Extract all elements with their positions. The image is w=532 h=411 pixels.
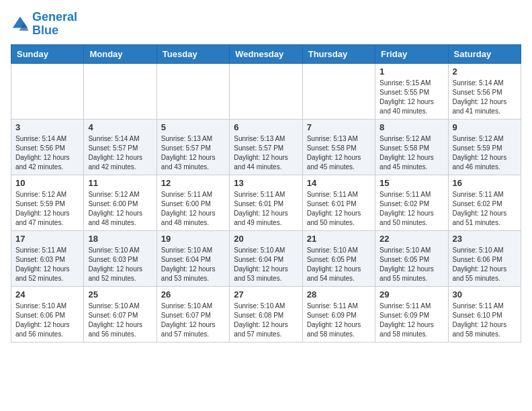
day-info: Sunrise: 5:10 AM Sunset: 6:07 PM Dayligh… xyxy=(161,302,225,339)
calendar-cell: 23Sunrise: 5:10 AM Sunset: 6:06 PM Dayli… xyxy=(448,230,521,286)
day-info: Sunrise: 5:10 AM Sunset: 6:08 PM Dayligh… xyxy=(234,302,298,339)
calendar-cell: 26Sunrise: 5:10 AM Sunset: 6:07 PM Dayli… xyxy=(157,286,229,342)
day-number: 29 xyxy=(380,289,443,300)
calendar-cell: 14Sunrise: 5:11 AM Sunset: 6:01 PM Dayli… xyxy=(302,175,375,230)
calendar-cell: 13Sunrise: 5:11 AM Sunset: 6:01 PM Dayli… xyxy=(230,175,302,230)
calendar-week-row: 1Sunrise: 5:15 AM Sunset: 5:55 PM Daylig… xyxy=(11,63,521,119)
calendar-cell: 7Sunrise: 5:13 AM Sunset: 5:58 PM Daylig… xyxy=(302,119,375,175)
day-number: 8 xyxy=(380,122,443,132)
day-info: Sunrise: 5:14 AM Sunset: 5:57 PM Dayligh… xyxy=(88,134,152,172)
weekday-header-saturday: Saturday xyxy=(448,44,521,63)
day-number: 30 xyxy=(453,289,517,300)
calendar-cell: 5Sunrise: 5:13 AM Sunset: 5:57 PM Daylig… xyxy=(157,119,229,175)
day-number: 6 xyxy=(234,122,298,132)
calendar-cell: 24Sunrise: 5:10 AM Sunset: 6:06 PM Dayli… xyxy=(11,286,84,342)
day-number: 23 xyxy=(453,234,517,244)
day-number: 14 xyxy=(307,178,371,188)
day-number: 3 xyxy=(15,122,79,132)
weekday-header-monday: Monday xyxy=(84,44,157,63)
calendar-cell: 3Sunrise: 5:14 AM Sunset: 5:56 PM Daylig… xyxy=(11,119,84,175)
day-info: Sunrise: 5:12 AM Sunset: 6:00 PM Dayligh… xyxy=(88,190,152,228)
day-number: 17 xyxy=(15,234,79,244)
calendar-cell: 9Sunrise: 5:12 AM Sunset: 5:59 PM Daylig… xyxy=(448,119,521,175)
day-info: Sunrise: 5:11 AM Sunset: 6:01 PM Dayligh… xyxy=(234,190,298,228)
day-info: Sunrise: 5:15 AM Sunset: 5:55 PM Dayligh… xyxy=(380,79,443,116)
day-info: Sunrise: 5:11 AM Sunset: 6:10 PM Dayligh… xyxy=(453,302,517,339)
day-info: Sunrise: 5:13 AM Sunset: 5:57 PM Dayligh… xyxy=(234,134,298,172)
day-number: 27 xyxy=(234,289,298,300)
day-info: Sunrise: 5:11 AM Sunset: 6:02 PM Dayligh… xyxy=(380,190,443,228)
day-info: Sunrise: 5:14 AM Sunset: 5:56 PM Dayligh… xyxy=(15,134,79,172)
day-info: Sunrise: 5:11 AM Sunset: 6:03 PM Dayligh… xyxy=(15,246,79,283)
calendar-cell xyxy=(84,63,157,119)
day-number: 21 xyxy=(307,234,371,244)
day-number: 15 xyxy=(380,178,443,188)
page-header: General Blue xyxy=(11,11,521,38)
calendar-cell: 6Sunrise: 5:13 AM Sunset: 5:57 PM Daylig… xyxy=(230,119,302,175)
calendar-cell: 29Sunrise: 5:11 AM Sunset: 6:09 PM Dayli… xyxy=(375,286,448,342)
calendar-cell xyxy=(157,63,229,119)
day-info: Sunrise: 5:12 AM Sunset: 5:59 PM Dayligh… xyxy=(15,190,79,228)
day-number: 7 xyxy=(307,122,371,132)
day-number: 24 xyxy=(15,289,79,300)
day-number: 11 xyxy=(88,178,152,188)
day-number: 10 xyxy=(15,178,79,188)
day-number: 13 xyxy=(234,178,298,188)
day-info: Sunrise: 5:12 AM Sunset: 5:59 PM Dayligh… xyxy=(453,134,517,172)
calendar-cell xyxy=(11,63,84,119)
day-info: Sunrise: 5:10 AM Sunset: 6:03 PM Dayligh… xyxy=(88,246,152,283)
logo-icon xyxy=(11,15,30,34)
calendar-cell xyxy=(230,63,302,119)
day-number: 1 xyxy=(380,66,443,77)
day-info: Sunrise: 5:11 AM Sunset: 6:09 PM Dayligh… xyxy=(307,302,371,339)
weekday-header-thursday: Thursday xyxy=(302,44,375,63)
calendar-week-row: 17Sunrise: 5:11 AM Sunset: 6:03 PM Dayli… xyxy=(11,230,521,286)
day-info: Sunrise: 5:14 AM Sunset: 5:56 PM Dayligh… xyxy=(453,79,517,116)
day-info: Sunrise: 5:11 AM Sunset: 6:01 PM Dayligh… xyxy=(307,190,371,228)
day-info: Sunrise: 5:10 AM Sunset: 6:04 PM Dayligh… xyxy=(161,246,225,283)
day-number: 18 xyxy=(88,234,152,244)
day-number: 5 xyxy=(161,122,225,132)
calendar-cell xyxy=(302,63,375,119)
calendar-table: SundayMondayTuesdayWednesdayThursdayFrid… xyxy=(11,44,521,342)
day-number: 2 xyxy=(453,66,517,77)
calendar-cell: 22Sunrise: 5:10 AM Sunset: 6:05 PM Dayli… xyxy=(375,230,448,286)
calendar-cell: 30Sunrise: 5:11 AM Sunset: 6:10 PM Dayli… xyxy=(448,286,521,342)
logo-text: General Blue xyxy=(32,11,77,38)
day-info: Sunrise: 5:13 AM Sunset: 5:58 PM Dayligh… xyxy=(307,134,371,172)
calendar-cell: 8Sunrise: 5:12 AM Sunset: 5:58 PM Daylig… xyxy=(375,119,448,175)
day-number: 16 xyxy=(453,178,517,188)
weekday-header-tuesday: Tuesday xyxy=(157,44,229,63)
calendar-week-row: 3Sunrise: 5:14 AM Sunset: 5:56 PM Daylig… xyxy=(11,119,521,175)
calendar-cell: 15Sunrise: 5:11 AM Sunset: 6:02 PM Dayli… xyxy=(375,175,448,230)
day-number: 19 xyxy=(161,234,225,244)
calendar-cell: 19Sunrise: 5:10 AM Sunset: 6:04 PM Dayli… xyxy=(157,230,229,286)
logo: General Blue xyxy=(11,11,77,38)
day-number: 25 xyxy=(88,289,152,300)
calendar-cell: 20Sunrise: 5:10 AM Sunset: 6:04 PM Dayli… xyxy=(230,230,302,286)
calendar-cell: 18Sunrise: 5:10 AM Sunset: 6:03 PM Dayli… xyxy=(84,230,157,286)
calendar-cell: 21Sunrise: 5:10 AM Sunset: 6:05 PM Dayli… xyxy=(302,230,375,286)
day-number: 9 xyxy=(453,122,517,132)
day-info: Sunrise: 5:11 AM Sunset: 6:09 PM Dayligh… xyxy=(380,302,443,339)
day-number: 28 xyxy=(307,289,371,300)
calendar-cell: 25Sunrise: 5:10 AM Sunset: 6:07 PM Dayli… xyxy=(84,286,157,342)
weekday-header-sunday: Sunday xyxy=(11,44,84,63)
calendar-cell: 2Sunrise: 5:14 AM Sunset: 5:56 PM Daylig… xyxy=(448,63,521,119)
day-info: Sunrise: 5:13 AM Sunset: 5:57 PM Dayligh… xyxy=(161,134,225,172)
day-info: Sunrise: 5:10 AM Sunset: 6:07 PM Dayligh… xyxy=(88,302,152,339)
day-info: Sunrise: 5:11 AM Sunset: 6:00 PM Dayligh… xyxy=(161,190,225,228)
day-info: Sunrise: 5:10 AM Sunset: 6:05 PM Dayligh… xyxy=(307,246,371,283)
calendar-cell: 16Sunrise: 5:11 AM Sunset: 6:02 PM Dayli… xyxy=(448,175,521,230)
calendar-cell: 10Sunrise: 5:12 AM Sunset: 5:59 PM Dayli… xyxy=(11,175,84,230)
calendar-cell: 27Sunrise: 5:10 AM Sunset: 6:08 PM Dayli… xyxy=(230,286,302,342)
calendar-week-row: 24Sunrise: 5:10 AM Sunset: 6:06 PM Dayli… xyxy=(11,286,521,342)
calendar-cell: 1Sunrise: 5:15 AM Sunset: 5:55 PM Daylig… xyxy=(375,63,448,119)
day-info: Sunrise: 5:10 AM Sunset: 6:05 PM Dayligh… xyxy=(380,246,443,283)
weekday-header-friday: Friday xyxy=(375,44,448,63)
calendar-cell: 4Sunrise: 5:14 AM Sunset: 5:57 PM Daylig… xyxy=(84,119,157,175)
day-number: 26 xyxy=(161,289,225,300)
day-number: 22 xyxy=(380,234,443,244)
day-info: Sunrise: 5:10 AM Sunset: 6:06 PM Dayligh… xyxy=(453,246,517,283)
day-info: Sunrise: 5:10 AM Sunset: 6:06 PM Dayligh… xyxy=(15,302,79,339)
